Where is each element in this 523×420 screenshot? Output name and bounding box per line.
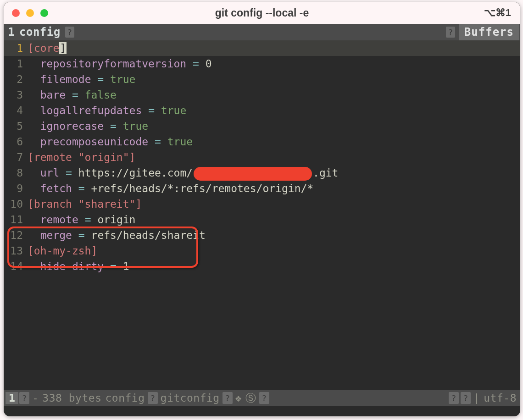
status-indicator-icon: ? <box>223 392 233 404</box>
code-line[interactable]: 12 merge = refs/heads/shareit <box>4 227 520 243</box>
status-encoding: utf-8 <box>484 392 517 404</box>
line-content: repositoryformatversion = 0 <box>28 56 212 72</box>
line-gutter: 8 <box>4 165 28 181</box>
line-gutter: 1 <box>4 40 28 56</box>
tab-indicator-icon: ? <box>446 27 455 38</box>
code-line[interactable]: 11 remote = origin <box>4 212 520 227</box>
line-content: [oh-my-zsh] <box>28 243 97 259</box>
line-content: logallrefupdates = true <box>28 103 186 118</box>
status-dash: - <box>32 392 39 404</box>
line-gutter: 5 <box>4 118 28 134</box>
window-title: git config --local -e <box>4 7 520 19</box>
line-content: url = https://gitee.com/.git <box>28 165 338 181</box>
line-content: merge = refs/heads/shareit <box>28 227 206 243</box>
redaction-block <box>194 167 312 181</box>
line-gutter: 7 <box>4 149 28 165</box>
status-filename: config <box>105 392 145 404</box>
code-line[interactable]: 4 logallrefupdates = true <box>4 103 520 118</box>
code-content[interactable]: 1[core]1 repositoryformatversion = 02 fi… <box>4 40 520 274</box>
minimize-icon[interactable] <box>26 9 34 17</box>
line-gutter: 10 <box>4 196 28 212</box>
code-line[interactable]: 6 precomposeunicode = true <box>4 134 520 149</box>
status-line-number: 1 <box>6 392 18 404</box>
line-content: ignorecase = true <box>28 118 148 134</box>
line-gutter: 9 <box>4 181 28 196</box>
status-indicator-icon: ? <box>19 392 29 404</box>
status-s-icon: Ⓢ <box>245 391 256 405</box>
code-line[interactable]: 5 ignorecase = true <box>4 118 520 134</box>
code-line[interactable]: 9 fetch = +refs/heads/*:refs/remotes/ori… <box>4 181 520 196</box>
titlebar: git config --local -e ⌥⌘1 <box>4 2 520 24</box>
status-indicator-icon: ? <box>461 392 471 404</box>
close-icon[interactable] <box>12 9 20 17</box>
line-gutter: 4 <box>4 103 28 118</box>
tab-bar: 1 config ? ? Buffers <box>4 24 520 40</box>
line-content: [branch "shareit"] <box>28 196 142 212</box>
status-diamond-icon: ❖ <box>235 392 242 404</box>
status-pipe: | <box>473 392 480 404</box>
status-indicator-icon: ? <box>449 392 459 404</box>
code-line[interactable]: 8 url = https://gitee.com/.git <box>4 165 520 181</box>
traffic-lights <box>12 9 48 17</box>
tab-number[interactable]: 1 <box>6 26 15 39</box>
zoom-icon[interactable] <box>40 9 48 17</box>
code-line[interactable]: 3 bare = false <box>4 87 520 103</box>
line-content: remote = origin <box>28 212 135 227</box>
status-filetype: gitconfig <box>161 392 220 404</box>
line-content: [core] <box>28 40 67 56</box>
line-gutter: 14 <box>4 259 28 274</box>
line-gutter: 1 <box>4 56 28 72</box>
tab-indicator-icon: ? <box>65 27 74 38</box>
code-line[interactable]: 14 hide-dirty = 1 <box>4 259 520 274</box>
line-gutter: 3 <box>4 87 28 103</box>
status-indicator-icon: ? <box>259 392 269 404</box>
line-content: precomposeunicode = true <box>28 134 193 149</box>
line-content: fetch = +refs/heads/*:refs/remotes/origi… <box>28 181 313 196</box>
line-gutter: 2 <box>4 72 28 87</box>
code-line[interactable]: 7[remote "origin"] <box>4 149 520 165</box>
status-indicator-icon: ? <box>148 392 158 404</box>
line-content: hide-dirty = 1 <box>28 259 129 274</box>
line-gutter: 6 <box>4 134 28 149</box>
line-gutter: 12 <box>4 227 28 243</box>
code-line[interactable]: 10[branch "shareit"] <box>4 196 520 212</box>
code-line[interactable]: 1[core] <box>4 40 520 56</box>
window-shortcut: ⌥⌘1 <box>484 7 511 19</box>
status-bytes: 338 bytes <box>42 392 101 404</box>
code-line[interactable]: 13[oh-my-zsh] <box>4 243 520 259</box>
code-line[interactable]: 1 repositoryformatversion = 0 <box>4 56 520 72</box>
line-content: [remote "origin"] <box>28 149 135 165</box>
line-content: filemode = true <box>28 72 135 87</box>
buffers-button[interactable]: Buffers <box>459 24 519 40</box>
code-line[interactable]: 2 filemode = true <box>4 72 520 87</box>
tab-filename[interactable]: config <box>19 26 61 39</box>
line-gutter: 13 <box>4 243 28 259</box>
editor-window: git config --local -e ⌥⌘1 1 config ? ? B… <box>4 2 520 416</box>
status-bar: 1 ? - 338 bytes config ? gitconfig ? ❖ Ⓢ… <box>4 390 520 406</box>
line-gutter: 11 <box>4 212 28 227</box>
editor-area[interactable]: 1 config ? ? Buffers 1[core]1 repository… <box>4 24 520 416</box>
line-content: bare = false <box>28 87 117 103</box>
